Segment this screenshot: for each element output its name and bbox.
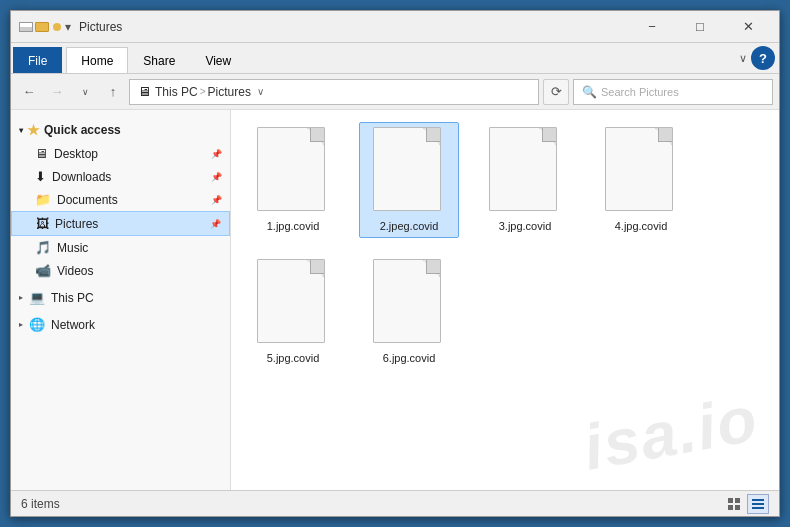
address-path[interactable]: 🖥 This PC > Pictures ∨	[129, 79, 539, 105]
file-icon	[489, 127, 561, 215]
file-item[interactable]: 6.jpg.covid	[359, 254, 459, 370]
videos-icon: 📹	[35, 263, 51, 278]
file-name-label: 4.jpg.covid	[615, 219, 668, 233]
sidebar-item-videos[interactable]: 📹 Videos	[11, 259, 230, 282]
file-item[interactable]: 3.jpg.covid	[475, 122, 575, 238]
tab-share[interactable]: Share	[128, 47, 190, 73]
tab-home[interactable]: Home	[66, 47, 128, 73]
svg-rect-2	[728, 505, 733, 510]
search-icon: 🔍	[582, 85, 597, 99]
file-page-shape	[373, 259, 441, 343]
file-area[interactable]: isa.io 1.jpg.covid2.jpeg.covid3.jpg.covi…	[231, 110, 779, 490]
view-details-button[interactable]	[747, 494, 769, 514]
explorer-window: ▾ Pictures − □ ✕ File Home Share View ∨ …	[10, 10, 780, 517]
sidebar-label-documents: Documents	[57, 193, 118, 207]
sidebar-label-network: Network	[51, 318, 95, 332]
address-bar: ← → ∨ ↑ 🖥 This PC > Pictures ∨ ⟳ 🔍 Searc…	[11, 74, 779, 110]
file-page-shape	[257, 127, 325, 211]
path-pictures[interactable]: Pictures	[208, 85, 251, 99]
view-large-icons-button[interactable]	[723, 494, 745, 514]
help-button[interactable]: ?	[751, 46, 775, 70]
file-item[interactable]: 5.jpg.covid	[243, 254, 343, 370]
sidebar-item-pictures[interactable]: 🖼 Pictures 📌	[11, 211, 230, 236]
window-title: Pictures	[75, 20, 629, 34]
file-icon	[373, 127, 445, 215]
sidebar-section-thispc: ▸ 💻 This PC	[11, 286, 230, 309]
path-dropdown[interactable]: ∨	[257, 86, 264, 97]
ribbon: File Home Share View ∨ ?	[11, 43, 779, 74]
svg-rect-1	[735, 498, 740, 503]
sidebar-item-desktop[interactable]: 🖥 Desktop 📌	[11, 142, 230, 165]
file-icon	[373, 259, 445, 347]
sidebar-label-videos: Videos	[57, 264, 93, 278]
sidebar-section-quickaccess: ▾ ★ Quick access 🖥 Desktop 📌 ⬇ Downloads…	[11, 118, 230, 282]
sidebar-item-music[interactable]: 🎵 Music	[11, 236, 230, 259]
file-page-fold	[658, 128, 672, 142]
sidebar: ▾ ★ Quick access 🖥 Desktop 📌 ⬇ Downloads…	[11, 110, 231, 490]
file-icon	[257, 259, 329, 347]
up-button[interactable]: ↑	[101, 80, 125, 104]
tab-view[interactable]: View	[190, 47, 246, 73]
svg-rect-4	[752, 499, 764, 501]
sidebar-item-documents[interactable]: 📁 Documents 📌	[11, 188, 230, 211]
path-pc-icon: 🖥	[138, 84, 151, 99]
file-icon	[257, 127, 329, 215]
file-name-label: 2.jpeg.covid	[380, 219, 439, 233]
ribbon-tabs-row: File Home Share View ∨ ?	[11, 43, 779, 73]
sidebar-label-thispc: This PC	[51, 291, 94, 305]
pin-pictures-icon: 📌	[210, 219, 221, 229]
pin-downloads-icon: 📌	[211, 172, 222, 182]
title-bar-icons: ▾	[19, 20, 71, 34]
file-name-label: 1.jpg.covid	[267, 219, 320, 233]
network-icon: 🌐	[29, 317, 45, 332]
sidebar-item-thispc[interactable]: ▸ 💻 This PC	[11, 286, 230, 309]
path-sep1: >	[200, 86, 206, 97]
back-button[interactable]: ←	[17, 80, 41, 104]
downloads-icon: ⬇	[35, 169, 46, 184]
sidebar-item-network[interactable]: ▸ 🌐 Network	[11, 313, 230, 336]
refresh-button[interactable]: ⟳	[543, 79, 569, 105]
search-placeholder: Search Pictures	[601, 86, 679, 98]
file-item[interactable]: 1.jpg.covid	[243, 122, 343, 238]
title-controls: − □ ✕	[629, 12, 771, 42]
file-name-label: 3.jpg.covid	[499, 219, 552, 233]
path-thispc[interactable]: This PC	[155, 85, 198, 99]
file-page-fold	[310, 128, 324, 142]
file-page-fold	[542, 128, 556, 142]
search-box[interactable]: 🔍 Search Pictures	[573, 79, 773, 105]
file-page-fold	[310, 260, 324, 274]
file-item[interactable]: 4.jpg.covid	[591, 122, 691, 238]
chevron-thispc-icon: ▸	[19, 293, 23, 302]
chevron-quickaccess-icon: ▾	[19, 126, 23, 135]
file-page-shape	[489, 127, 557, 211]
tb-dropdown[interactable]: ▾	[65, 20, 71, 34]
music-icon: 🎵	[35, 240, 51, 255]
close-button[interactable]: ✕	[725, 12, 771, 42]
thispc-icon: 💻	[29, 290, 45, 305]
file-name-label: 6.jpg.covid	[383, 351, 436, 365]
sidebar-label-quickaccess: Quick access	[44, 123, 121, 137]
minimize-button[interactable]: −	[629, 12, 675, 42]
files-grid: 1.jpg.covid2.jpeg.covid3.jpg.covid4.jpg.…	[243, 122, 767, 371]
svg-rect-0	[728, 498, 733, 503]
sidebar-label-downloads: Downloads	[52, 170, 111, 184]
file-page-fold	[426, 260, 440, 274]
tb-icon1	[19, 22, 33, 32]
tb-dot	[53, 23, 61, 31]
file-item[interactable]: 2.jpeg.covid	[359, 122, 459, 238]
forward-button[interactable]: →	[45, 80, 69, 104]
chevron-network-icon: ▸	[19, 320, 23, 329]
title-bar: ▾ Pictures − □ ✕	[11, 11, 779, 43]
svg-rect-3	[735, 505, 740, 510]
pictures-icon: 🖼	[36, 216, 49, 231]
status-view-icons	[723, 494, 769, 514]
dropdown-history-button[interactable]: ∨	[73, 80, 97, 104]
sidebar-header-quickaccess[interactable]: ▾ ★ Quick access	[11, 118, 230, 142]
ribbon-chevron[interactable]: ∨	[735, 52, 751, 65]
file-icon	[605, 127, 677, 215]
file-page-fold	[426, 128, 440, 142]
restore-button[interactable]: □	[677, 12, 723, 42]
tab-file[interactable]: File	[13, 47, 62, 73]
sidebar-item-downloads[interactable]: ⬇ Downloads 📌	[11, 165, 230, 188]
desktop-icon: 🖥	[35, 146, 48, 161]
